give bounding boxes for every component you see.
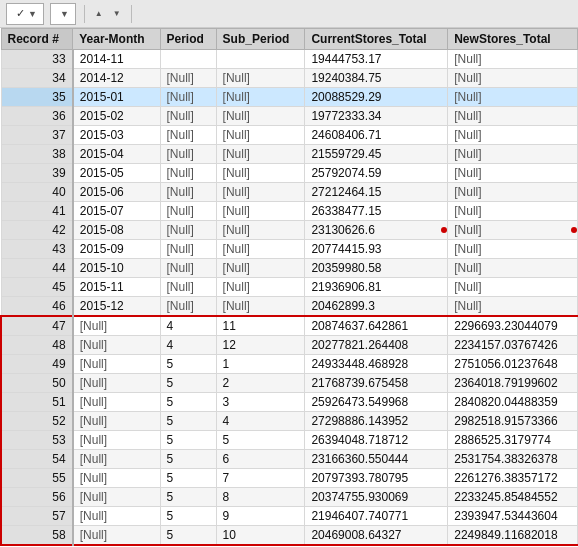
column-header-record--[interactable]: Record # [1, 29, 73, 50]
table-row: 49[Null]5124933448.4689282751056.0123764… [1, 355, 578, 374]
cell-sub-period: 2 [216, 374, 305, 393]
cell-record-id: 36 [1, 107, 73, 126]
cell-current-stores-total: 24933448.468928 [305, 355, 448, 374]
cell-new-stores-total: [Null] [448, 164, 578, 183]
table-row: 392015-05[Null][Null]25792074.59[Null] [1, 164, 578, 183]
indicator-icon [441, 227, 447, 233]
cell-year-month: [Null] [73, 316, 160, 336]
cell-year-month: 2015-10 [73, 259, 160, 278]
sort-asc-button[interactable]: ▲ [93, 10, 105, 18]
cell-new-stores-total: [Null] [448, 69, 578, 88]
cell-sub-period: [Null] [216, 145, 305, 164]
cell-current-stores-total: 20374755.930069 [305, 488, 448, 507]
cell-year-month: [Null] [73, 431, 160, 450]
cell-period: [Null] [160, 126, 216, 145]
cell-year-month: 2015-07 [73, 202, 160, 221]
cell-new-stores-total: 2296693.23044079 [448, 316, 578, 336]
cell-new-stores-total: [Null] [448, 202, 578, 221]
cell-year-month: [Null] [73, 355, 160, 374]
table-row: 372015-03[Null][Null]24608406.71[Null] [1, 126, 578, 145]
cell-year-month: 2015-04 [73, 145, 160, 164]
cell-period: 5 [160, 526, 216, 546]
table-row: 53[Null]5526394048.7187122886525.3179774 [1, 431, 578, 450]
cell-new-stores-total: [Null] [448, 183, 578, 202]
sort-down-icon: ▼ [113, 10, 121, 18]
chevron-down-icon: ▼ [28, 9, 37, 19]
cell-year-month: [Null] [73, 526, 160, 546]
cell-sub-period: [Null] [216, 164, 305, 183]
cell-year-month: [Null] [73, 374, 160, 393]
cell-current-stores-total: 27298886.143952 [305, 412, 448, 431]
cell-sub-period: [Null] [216, 107, 305, 126]
column-header-year-month[interactable]: Year-Month [73, 29, 160, 50]
cell-current-stores-total: 23130626.6 [305, 221, 448, 240]
table-row: 48[Null]41220277821.2644082234157.037674… [1, 336, 578, 355]
cell-new-stores-total: [Null] [448, 88, 578, 107]
sort-desc-button[interactable]: ▼ [111, 10, 123, 18]
column-header-newstores-total[interactable]: NewStores_Total [448, 29, 578, 50]
table-row: 432015-09[Null][Null]20774415.93[Null] [1, 240, 578, 259]
column-header-currentstores-total[interactable]: CurrentStores_Total [305, 29, 448, 50]
cell-new-stores-total: 2751056.01237648 [448, 355, 578, 374]
cell-year-month: 2015-02 [73, 107, 160, 126]
cell-current-stores-total: 27212464.15 [305, 183, 448, 202]
cell-current-stores-total: 25792074.59 [305, 164, 448, 183]
cell-current-stores-total: 20797393.780795 [305, 469, 448, 488]
cell-current-stores-total: 26394048.718712 [305, 431, 448, 450]
cell-period: [Null] [160, 183, 216, 202]
cell-period: 5 [160, 374, 216, 393]
cell-record-id: 41 [1, 202, 73, 221]
cell-year-month: 2015-11 [73, 278, 160, 297]
cell-period: [Null] [160, 221, 216, 240]
cell-new-stores-total: 2840820.04488359 [448, 393, 578, 412]
indicator-icon [571, 227, 577, 233]
cell-year-month: [Null] [73, 336, 160, 355]
column-header-sub-period[interactable]: Sub_Period [216, 29, 305, 50]
toolbar: ✓ ▼ ▼ ▲ ▼ [0, 0, 578, 28]
cell-new-stores-total: [Null] [448, 50, 578, 69]
cell-new-stores-total: [Null] [448, 297, 578, 317]
table-row: 58[Null]51020469008.643272249849.1168201… [1, 526, 578, 546]
cell-record-id: 45 [1, 278, 73, 297]
table-row: 51[Null]5325926473.5499682840820.0448835… [1, 393, 578, 412]
cell-new-stores-total: 2886525.3179774 [448, 431, 578, 450]
cell-current-stores-total: 20359980.58 [305, 259, 448, 278]
cell-sub-period: [Null] [216, 278, 305, 297]
table-row: 422015-08[Null][Null]23130626.6[Null] [1, 221, 578, 240]
cell-new-stores-total: 2531754.38326378 [448, 450, 578, 469]
table-row: 342014-12[Null][Null]19240384.75[Null] [1, 69, 578, 88]
cell-period: [Null] [160, 69, 216, 88]
cell-year-month: [Null] [73, 507, 160, 526]
cell-year-month: 2015-06 [73, 183, 160, 202]
cell-period: 4 [160, 336, 216, 355]
cell-record-id: 44 [1, 259, 73, 278]
cell-record-id: 49 [1, 355, 73, 374]
cell-year-month: 2015-03 [73, 126, 160, 145]
cell-current-stores-total: 21559729.45 [305, 145, 448, 164]
cell-new-stores-total: [Null] [448, 145, 578, 164]
cell-viewer-selector[interactable]: ▼ [50, 3, 76, 25]
table-row: 462015-12[Null][Null]20462899.3[Null] [1, 297, 578, 317]
cell-new-stores-total: [Null] [448, 259, 578, 278]
table-row: 55[Null]5720797393.7807952261276.3835717… [1, 469, 578, 488]
cell-current-stores-total: 19444753.17 [305, 50, 448, 69]
cell-sub-period: 7 [216, 469, 305, 488]
cell-sub-period: 12 [216, 336, 305, 355]
cell-sub-period: 8 [216, 488, 305, 507]
cell-new-stores-total: [Null] [448, 240, 578, 259]
cell-period: 5 [160, 412, 216, 431]
check-icon: ✓ [16, 7, 25, 20]
cell-record-id: 40 [1, 183, 73, 202]
cell-record-id: 57 [1, 507, 73, 526]
cell-sub-period: [Null] [216, 240, 305, 259]
fields-selector[interactable]: ✓ ▼ [6, 3, 44, 25]
column-header-period[interactable]: Period [160, 29, 216, 50]
table-header-row: Record #Year-MonthPeriodSub_PeriodCurren… [1, 29, 578, 50]
cell-current-stores-total: 19772333.34 [305, 107, 448, 126]
cell-period: 5 [160, 488, 216, 507]
table-row: 57[Null]5921946407.7407712393947.5344360… [1, 507, 578, 526]
data-table: Record #Year-MonthPeriodSub_PeriodCurren… [0, 28, 578, 546]
cell-record-id: 47 [1, 316, 73, 336]
cell-year-month: [Null] [73, 412, 160, 431]
sort-up-icon: ▲ [95, 10, 103, 18]
